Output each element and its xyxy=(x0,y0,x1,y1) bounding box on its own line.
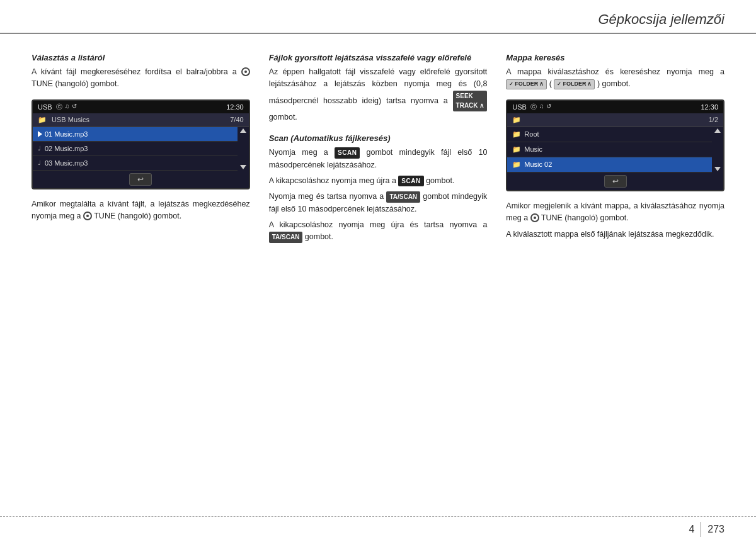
col1-para2: Amikor megtalálta a kívánt fájlt, a lejá… xyxy=(32,198,250,223)
col3: Mappa keresés A mappa kiválasztáshoz és … xyxy=(506,53,724,244)
scroll-bar-2 xyxy=(712,127,723,172)
usb-screen-1: USB ⓒ ♫ ↺ 12:30 📁 USB Musics 7/40 xyxy=(32,99,250,189)
folder-icon-2: 📁 xyxy=(512,116,521,124)
col2-para5: A kikapcsoláshoz nyomja meg újra és tart… xyxy=(269,219,488,244)
usb-screen-2-header: USB ⓒ ♫ ↺ 12:30 xyxy=(507,101,723,113)
seek-track-btn: SEEKTRACK ∧ xyxy=(453,91,488,111)
usb-label-2: USB ⓒ ♫ ↺ xyxy=(512,103,551,111)
usb-icon: ↺ xyxy=(72,103,77,111)
music-icon-h2: ♫ xyxy=(539,103,544,111)
col2-para2: Nyomja meg a SCAN gombot mindegyik fájl … xyxy=(269,147,488,171)
page-number: 4 273 xyxy=(689,522,724,537)
usb-item-2-3[interactable]: 📁 Music 02 xyxy=(507,157,712,172)
col3-para3: A kiválasztott mappa első fájljának lejá… xyxy=(506,229,724,240)
back-button-1[interactable]: ↩ xyxy=(129,173,152,186)
col2-para4: Nyomja meg és tartsa nyomva a TA/SCAN go… xyxy=(269,191,488,215)
note-icon-1-3: ♩ xyxy=(38,159,41,166)
bt-icon: ⓒ xyxy=(56,103,62,111)
content-area: Választás a listáról A kívánt fájl megke… xyxy=(0,34,756,256)
folder-icon-1: 📁 xyxy=(38,116,47,124)
usb-screen-1-header: USB ⓒ ♫ ↺ 12:30 xyxy=(33,101,249,113)
col2: Fájlok gyorsított lejátszása visszafelé … xyxy=(269,53,488,244)
back-button-2[interactable]: ↩ xyxy=(604,175,627,188)
scan-btn-2: SCAN xyxy=(398,176,423,187)
col3-para1: A mappa kiválasztáshoz és kereséshez nyo… xyxy=(506,66,724,91)
folder-btn-2: ✓FOLDER∧ xyxy=(554,79,595,89)
bt-icon-2: ⓒ xyxy=(530,103,537,111)
usb-item-1-1-name: 01 Music.mp3 xyxy=(45,130,88,138)
usb-item-1-2[interactable]: ♩ 02 Music.mp3 xyxy=(33,142,238,156)
folder-bar-icon-2: 📁 xyxy=(512,116,524,124)
col3-section-title: Mappa keresés xyxy=(506,53,724,62)
scroll-bar-1 xyxy=(238,127,249,171)
col3-para2: Amikor megjelenik a kívánt mappa, a kivá… xyxy=(506,200,724,225)
page-title: Gépkocsija jellemzői xyxy=(598,11,724,28)
usb-item-1-2-name: 02 Music.mp3 xyxy=(45,145,88,152)
tune-icon-3 xyxy=(530,213,539,222)
usb-item-1-3-name: 03 Music.mp3 xyxy=(45,159,88,167)
page-num: 273 xyxy=(707,524,724,535)
usb-time-2: 12:30 xyxy=(701,103,718,111)
scroll-down-1[interactable] xyxy=(240,165,246,169)
usb-item-2-3-name: Music 02 xyxy=(524,161,552,168)
usb-item-2-2[interactable]: 📁 Music xyxy=(507,142,712,157)
col1-para1: A kívánt fájl megkereséséhez fordítsa el… xyxy=(32,66,250,91)
folder-count-2: 1/2 xyxy=(709,116,718,123)
music-icon-h: ♫ xyxy=(65,103,70,111)
chapter-number: 4 xyxy=(689,524,694,535)
usb-item-2-2-name: Music xyxy=(524,145,542,153)
usb-icons-2: ⓒ ♫ ↺ xyxy=(530,103,552,111)
folder-count-1: 7/40 xyxy=(230,116,243,123)
usb-icon-2: ↺ xyxy=(546,103,551,111)
col2-para3: A kikapcsoláshoz nyomja meg újra a SCAN … xyxy=(269,175,488,187)
page-header: Gépkocsija jellemzői xyxy=(0,0,756,34)
usb-text-1: USB xyxy=(38,103,52,111)
page-footer: 4 273 xyxy=(0,516,756,542)
scroll-down-2[interactable] xyxy=(714,167,721,171)
usb-item-2-1-name: Root xyxy=(524,130,539,138)
page-divider xyxy=(701,522,701,537)
col1: Választás a listáról A kívánt fájl megke… xyxy=(32,53,250,244)
usb-text-2: USB xyxy=(512,103,527,111)
folder-icon-music02: 📁 xyxy=(512,161,521,169)
usb-screen-1-body: 📁 USB Musics 7/40 01 Music.mp3 ♩ 02 Musi… xyxy=(33,113,249,188)
folder-label-1: 📁 USB Musics xyxy=(38,116,89,124)
usb-folder-bar-2: 📁 1/2 xyxy=(507,113,723,127)
play-icon-1 xyxy=(38,131,42,137)
ta-scan-btn-1: TA/SCAN xyxy=(386,191,420,203)
tune-icon-2 xyxy=(83,212,92,220)
scroll-up-1[interactable] xyxy=(240,128,246,133)
note-icon-1-2: ♩ xyxy=(38,145,41,152)
col2-section-title1: Fájlok gyorsított lejátszása visszafelé … xyxy=(269,53,488,62)
usb-screen-2-body: 📁 1/2 📁 Root 📁 Music 📁 Music 0 xyxy=(507,113,723,190)
folder-icon-root: 📁 xyxy=(512,130,521,138)
col1-section-title: Választás a listáról xyxy=(32,53,250,62)
usb-item-2-1[interactable]: 📁 Root xyxy=(507,127,712,142)
tune-icon-1 xyxy=(241,67,250,76)
usb-time-1: 12:30 xyxy=(226,103,244,111)
folder-icon-music: 📁 xyxy=(512,145,521,154)
scan-btn-1: SCAN xyxy=(335,147,360,159)
usb-label-1: USB ⓒ ♫ ↺ xyxy=(38,103,77,111)
usb-item-1-3[interactable]: ♩ 03 Music.mp3 xyxy=(33,156,238,171)
usb-screen-2: USB ⓒ ♫ ↺ 12:30 📁 1/2 xyxy=(506,99,724,191)
usb-footer-1: ↩ xyxy=(33,171,249,188)
usb-item-1-1[interactable]: 01 Music.mp3 xyxy=(33,127,238,142)
folder-btn-1: ✓FOLDER∧ xyxy=(506,79,547,89)
usb-icons-1: ⓒ ♫ ↺ xyxy=(56,103,77,111)
scroll-up-2[interactable] xyxy=(714,128,721,133)
usb-footer-2: ↩ xyxy=(507,172,723,190)
ta-scan-btn-2: TA/SCAN xyxy=(269,232,303,243)
col2-section-title2: Scan (Automatikus fájlkeresés) xyxy=(269,133,488,143)
col2-para1: Az éppen hallgatott fájl visszafelé vagy… xyxy=(269,66,488,123)
usb-folder-bar-1: 📁 USB Musics 7/40 xyxy=(33,113,249,127)
